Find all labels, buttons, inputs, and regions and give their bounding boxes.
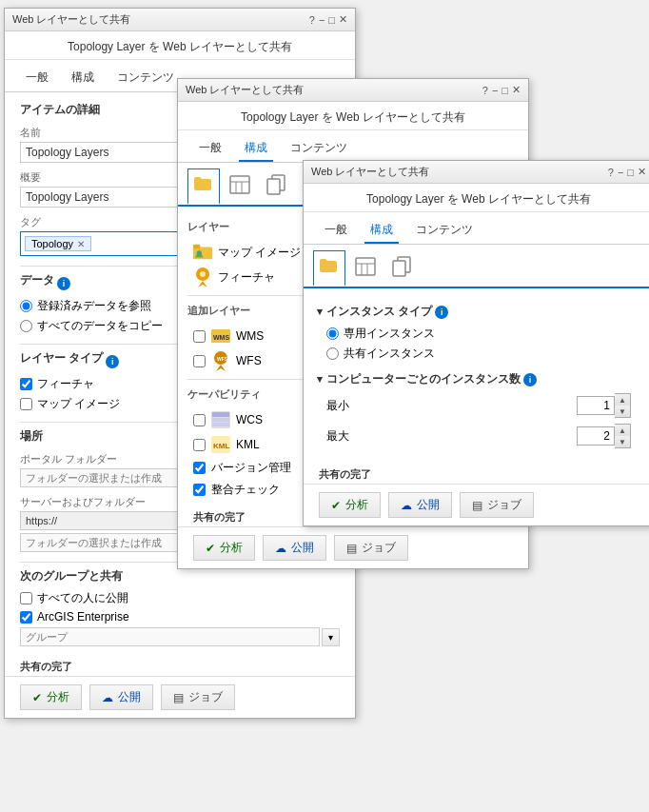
win1-tab-config[interactable]: 構成 [66,66,100,91]
win1-share-enterprise-check[interactable]: ArcGIS Enterprise [20,610,340,624]
win3-max-down-btn[interactable]: ▼ [615,436,630,447]
win3-maximize-btn[interactable]: □ [627,167,634,178]
svg-rect-17 [212,412,229,417]
win3-shared-radio[interactable] [326,347,339,360]
title-bar-1: Web レイヤーとして共有 ? − □ ✕ [5,9,355,31]
win2-close-btn[interactable]: ✕ [512,84,521,96]
win2-layer-mapimage-label: マップ イメージ [218,245,301,261]
win3-instance-type-header: インスタンス タイプ i [317,304,640,320]
win2-icon-tab-folder[interactable] [187,168,220,205]
win2-icon-tab-copy[interactable] [260,168,292,205]
win1-feature-checkbox[interactable] [20,378,32,390]
win3-analyze-btn[interactable]: ✔ 分析 [319,492,381,518]
win3-controls: ? − □ ✕ [608,166,646,178]
win2-minimize-btn[interactable]: − [492,85,498,96]
win3-max-up-btn[interactable]: ▲ [615,425,630,436]
win1-group-arrow-btn[interactable]: ▾ [322,628,340,646]
win1-maximize-btn[interactable]: □ [328,14,335,26]
win1-share-enterprise-label: ArcGIS Enterprise [37,610,129,624]
win2-maximize-btn[interactable]: □ [502,85,508,96]
win2-icon-tab-table[interactable] [224,168,256,205]
win3-min-input[interactable] [577,396,615,415]
win2-wms-checkbox[interactable] [193,330,206,343]
svg-rect-18 [212,418,229,422]
win1-group-input[interactable] [20,627,320,646]
win2-tab-config[interactable]: 構成 [239,136,273,162]
svg-text:WMS: WMS [213,334,229,341]
win2-title: Web レイヤーとして共有 [186,83,304,97]
win3-instance-count-label: コンピューターごとのインスタンス数 [326,371,521,387]
win1-analyze-checkmark-icon: ✔ [32,691,42,704]
win1-share-enterprise-checkbox[interactable] [20,611,32,624]
win1-completion-label: 共有の完了 [5,656,355,676]
win3-max-label: 最大 [326,428,349,445]
win1-cloud-icon: ☁ [102,691,113,704]
win3-publish-btn[interactable]: ☁ 公開 [388,492,452,518]
win3-title: Web レイヤーとして共有 [311,165,429,179]
win2-wcs-label: WCS [236,413,263,426]
win2-analyze-btn[interactable]: ✔ 分析 [193,535,255,561]
win3-content: インスタンス タイプ i 専用インスタンス 共有インスタンス コンピューターごと… [304,288,649,464]
win3-icon-tab-folder[interactable] [313,250,345,287]
win2-wfs-checkbox[interactable] [193,355,206,367]
win2-help-btn[interactable]: ? [482,85,488,96]
win2-job-btn-label: ジョブ [362,540,396,556]
win2-publish-btn-label: 公開 [291,540,314,556]
win3-tab-contents[interactable]: コンテンツ [410,218,479,244]
win1-help-btn[interactable]: ? [309,14,315,26]
win2-publish-btn[interactable]: ☁ 公開 [263,535,326,561]
win3-icon-tab-table[interactable] [349,250,382,287]
win1-tag-topology-remove[interactable]: ✕ [77,239,85,249]
win2-kml-label: KML [236,438,260,451]
win3-help-btn[interactable]: ? [608,167,614,178]
win2-job-btn[interactable]: ▤ ジョブ [334,535,408,561]
win3-minimize-btn[interactable]: − [618,167,623,178]
win3-tab-bar: 一般 構成 コンテンツ [304,212,649,245]
win1-tab-contents[interactable]: コンテンツ [111,66,180,91]
win3-job-btn[interactable]: ▤ ジョブ [460,492,534,518]
win3-close-btn[interactable]: ✕ [638,166,646,178]
win3-analyze-icon: ✔ [331,499,341,512]
win3-dedicated-instance-option[interactable]: 専用インスタンス [326,326,640,342]
win1-mapimage-checkbox[interactable] [20,398,32,410]
win1-tab-general[interactable]: 一般 [20,66,54,91]
win3-min-up-btn[interactable]: ▲ [615,394,630,406]
win2-topology-checkbox[interactable] [193,484,206,496]
win2-versioning-checkbox[interactable] [193,462,206,474]
win3-min-down-btn[interactable]: ▼ [615,406,630,417]
win1-share-public-checkbox[interactable] [20,592,32,604]
win3-icon-tab-copy[interactable] [385,250,418,287]
win1-minimize-btn[interactable]: − [319,14,324,26]
win1-data-radio1[interactable] [20,300,32,312]
win1-layer-type-info-icon: i [106,355,119,368]
title-bar-2: Web レイヤーとして共有 ? − □ ✕ [178,79,528,102]
win3-max-input[interactable] [577,426,615,446]
win2-cloud-icon: ☁ [275,542,286,555]
win2-analyze-btn-label: 分析 [220,540,243,556]
win1-data-option2-label: すべてのデータをコピー [37,318,163,334]
win1-publish-btn[interactable]: ☁ 公開 [89,684,153,710]
svg-rect-0 [230,176,249,193]
win3-tab-config[interactable]: 構成 [364,218,399,244]
win2-tab-contents[interactable]: コンテンツ [285,136,353,162]
folder-icon [192,173,215,196]
win1-analyze-btn[interactable]: ✔ 分析 [20,684,82,710]
win1-share-public-check[interactable]: すべての人に公開 [20,590,340,606]
win3-shared-instance-option[interactable]: 共有インスタンス [326,346,640,362]
table-icon [228,173,251,196]
win1-job-btn[interactable]: ▤ ジョブ [161,684,235,710]
win2-wfs-label: WFS [236,354,262,367]
win3-dedicated-radio[interactable] [326,327,339,340]
win2-wcs-checkbox[interactable] [193,414,206,426]
win2-tab-general[interactable]: 一般 [193,136,227,162]
win3-bottom-toolbar: ✔ 分析 ☁ 公開 ▤ ジョブ [304,484,649,525]
win3-analyze-btn-label: 分析 [345,497,368,513]
svg-text:KML: KML [213,442,229,450]
win3-tab-general[interactable]: 一般 [319,218,353,244]
win1-data-radio2[interactable] [20,320,32,332]
win3-publish-btn-label: 公開 [417,497,440,513]
win1-job-icon: ▤ [173,691,184,704]
win1-close-btn[interactable]: ✕ [339,13,347,26]
win2-analyze-icon: ✔ [206,542,215,555]
win2-kml-checkbox[interactable] [193,439,206,451]
